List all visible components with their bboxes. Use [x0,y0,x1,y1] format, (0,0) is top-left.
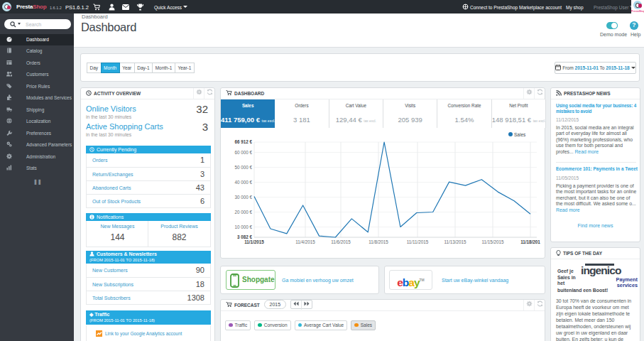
svg-text:11/18/201: 11/18/201 [520,239,540,244]
svg-text:11/8/2015: 11/8/2015 [369,239,388,244]
svg-text:10 000 €: 10 000 € [234,224,252,229]
svg-text:11/4/2015: 11/4/2015 [295,239,315,244]
svg-text:11/15/2015: 11/15/2015 [481,239,504,244]
svg-text:11/13/2015: 11/13/2015 [444,239,466,244]
svg-text:Sales: Sales [514,132,526,137]
svg-text:11/1/2015: 11/1/2015 [244,239,264,244]
svg-text:20 000 €: 20 000 € [234,210,252,215]
svg-text:50 000 €: 50 000 € [234,165,252,170]
svg-text:30 000 €: 30 000 € [234,195,252,200]
svg-text:40 000 €: 40 000 € [234,180,252,185]
svg-text:66 912 €: 66 912 € [234,139,252,144]
svg-text:11/11/2015: 11/11/2015 [407,239,429,244]
svg-text:11/6/2015: 11/6/2015 [331,239,351,244]
svg-text:60 000 €: 60 000 € [234,150,252,155]
